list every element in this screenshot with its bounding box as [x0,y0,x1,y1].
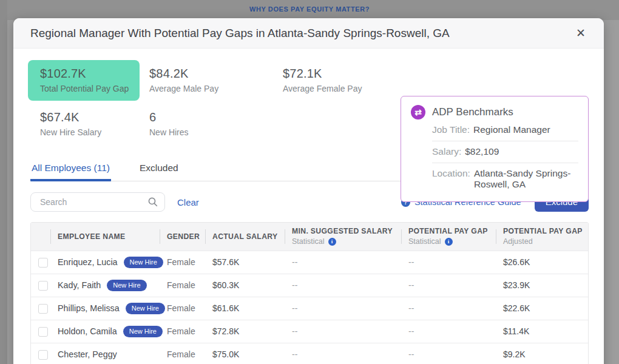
employee-name: Phillips, Melissa [58,303,120,313]
column-header [31,223,50,251]
checkbox-cell [31,251,50,274]
benchmark-field-value: Atlanta-Sandy Springs-Roswell, GA [474,168,578,190]
employee-name: Kady, Faith [58,280,101,290]
stat-card: $72.1K Average Female Pay [283,67,404,93]
checkbox-cell [31,320,50,343]
stat-card: 6 New Hires [149,110,283,137]
employee-name: Chester, Peggy [58,349,117,359]
employee-name-cell: Enriquez, Lucia New Hire [50,251,160,274]
stat-label: New Hire Salary [40,127,149,137]
stat-card: $84.2K Average Male Pay [149,67,283,93]
tab[interactable]: Excluded [138,160,180,181]
row-checkbox[interactable] [38,281,48,291]
benchmark-field-label: Job Title: [432,124,470,135]
employee-name: Enriquez, Lucia [58,257,118,267]
gender-cell: Female [160,343,205,364]
modal-header: Regional Manager With Potential Pay Gaps… [13,18,604,49]
column-header-sublabel: Statistical [408,237,496,246]
actual-salary-cell: $72.8K [205,320,285,343]
gender-cell: Female [160,320,205,343]
new-hire-badge: New Hire [124,257,163,268]
row-checkbox[interactable] [38,350,48,360]
potential-pay-gap-statistical-cell: -- [401,251,496,274]
checkbox-cell [31,343,50,364]
search-wrap [30,192,165,212]
potential-pay-gap-adjusted-cell: $22.6K [496,297,588,320]
modal-body: $102.7K Total Potential Pay Gap $84.2K A… [13,49,604,364]
table-row: Phillips, Melissa New Hire Female $61.6K… [31,297,588,320]
employee-table-container: EMPLOYEE NAME GENDER [30,222,589,364]
potential-pay-gap-statistical-cell: -- [401,343,496,364]
benchmarks-fields: Job Title: Regional Manager Salary: $82,… [432,120,578,195]
employee-name-cell: Phillips, Melissa New Hire [50,297,160,320]
tab[interactable]: All Employees (11) [30,160,111,181]
info-icon[interactable] [328,238,336,246]
min-suggested-salary-cell: -- [285,320,401,343]
min-suggested-salary-cell: -- [285,343,401,364]
benchmark-field-value: Regional Manager [473,124,550,135]
potential-pay-gap-statistical-cell: -- [401,274,496,297]
column-header: ACTUAL SALARY [205,223,285,251]
stat-label: Total Potential Pay Gap [40,84,129,93]
benchmark-field-value: $82,109 [465,146,499,157]
potential-pay-gap-adjusted-cell: $23.9K [496,274,588,297]
new-hire-badge: New Hire [126,303,165,314]
search-input[interactable] [30,192,165,212]
benchmarks-title: ADP Benchmarks [432,106,513,118]
info-icon[interactable] [445,238,453,246]
checkbox-cell [31,297,50,320]
stat-label: Average Male Pay [149,84,283,93]
column-header: GENDER [160,223,205,251]
table-row: Chester, Peggy New Hire Female $75.0K --… [31,343,588,364]
min-suggested-salary-cell: -- [285,251,401,274]
benchmark-field: Job Title: Regional Manager [432,120,578,141]
potential-pay-gap-adjusted-cell: $9.2K [496,343,588,364]
row-checkbox[interactable] [38,304,48,314]
potential-pay-gap-statistical-cell: -- [401,297,496,320]
row-checkbox[interactable] [38,327,48,337]
stats-grid: $102.7K Total Potential Pay Gap $84.2K A… [40,67,404,137]
page-left-strip [0,0,7,364]
stat-value: $84.2K [149,67,283,81]
stat-card: $67.4K New Hire Salary [40,110,149,137]
benchmark-field-label: Salary: [432,146,461,157]
actual-salary-cell: $57.6K [205,251,285,274]
employee-name-cell: Chester, Peggy New Hire [50,343,160,364]
table-body: Enriquez, Lucia New Hire Female $57.6K -… [31,251,588,364]
employee-table: EMPLOYEE NAME GENDER [31,223,588,364]
column-header-label: EMPLOYEE NAME [58,232,160,241]
new-hire-badge: New Hire [123,326,163,337]
stat-value: $102.7K [40,67,129,81]
actual-salary-cell: $61.6K [205,297,285,320]
benchmarks-header: ⇄ ADP Benchmarks [411,105,578,120]
close-icon[interactable]: ✕ [572,25,589,41]
potential-pay-gap-adjusted-cell: $11.4K [496,320,588,343]
actual-salary-cell: $60.3K [205,274,285,297]
column-header-sublabel: Adjusted [503,237,588,246]
benchmark-field: Salary: $82,109 [432,141,578,163]
column-header-sublabel: Statistical [292,237,401,246]
exchange-icon: ⇄ [411,105,425,120]
employee-name-cell: Holdon, Camila New Hire [50,320,160,343]
employee-name: Holdon, Camila [58,326,117,336]
stat-value: 6 [149,110,283,124]
actual-salary-cell: $75.0K [205,343,285,364]
pay-equity-link[interactable]: WHY DOES PAY EQUITY MATTER? [0,5,619,13]
stat-card: $102.7K Total Potential Pay Gap [28,60,140,101]
stat-label: New Hires [149,127,283,137]
new-hire-badge: New Hire [107,280,146,291]
clear-link[interactable]: Clear [177,197,199,207]
pay-gap-modal: Regional Manager With Potential Pay Gaps… [13,18,604,364]
search-icon [147,197,158,210]
modal-title: Regional Manager With Potential Pay Gaps… [30,27,572,40]
column-header: POTENTIAL PAY GAP Statistical [401,223,496,251]
gender-cell: Female [160,274,205,297]
stat-value: $67.4K [40,110,149,124]
row-checkbox[interactable] [38,258,48,268]
stat-value: $72.1K [283,67,404,81]
column-header-label: POTENTIAL PAY GAP [503,227,588,235]
adp-benchmarks-panel: ⇄ ADP Benchmarks Job Title: Regional Man… [401,96,589,202]
stat-label: Average Female Pay [283,84,404,93]
gender-cell: Female [160,251,205,274]
table-row: Kady, Faith New Hire Female $60.3K -- --… [31,274,588,297]
